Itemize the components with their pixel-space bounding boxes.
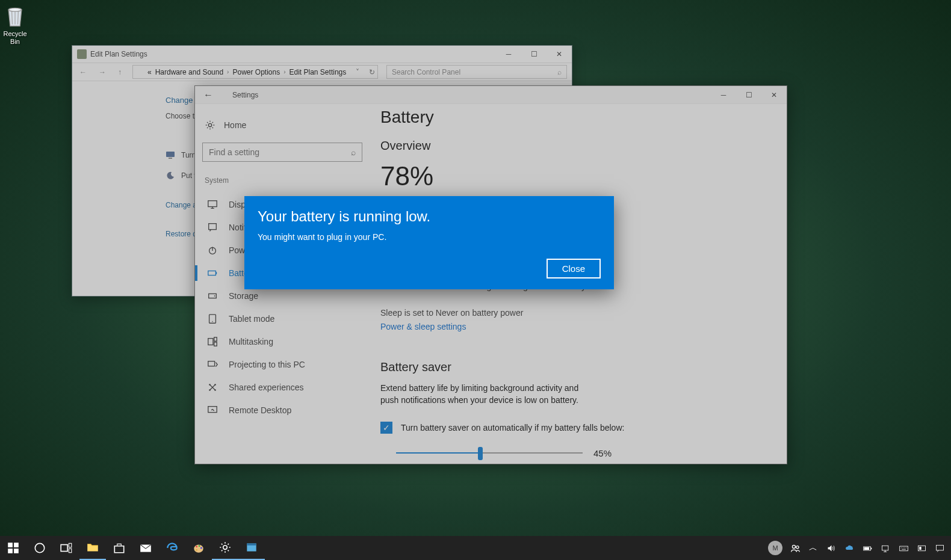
auto-saver-checkbox[interactable]: ✓ — [380, 422, 392, 434]
sidebar-item-shared[interactable]: Shared experiences — [202, 376, 362, 399]
svg-point-0 — [8, 8, 22, 11]
battery-tray-icon[interactable] — [858, 536, 876, 560]
sidebar-item-label: Shared experiences — [229, 383, 304, 392]
sleep-never-text: Sleep is set to Never on battery power — [380, 308, 769, 318]
system-tray: M ︿ — [768, 536, 951, 560]
keyboard-icon[interactable] — [894, 536, 912, 560]
svg-rect-13 — [208, 339, 213, 345]
address-bar[interactable]: « Hardware and Sound › Power Options › E… — [132, 65, 378, 79]
back-button[interactable]: ← — [203, 90, 213, 100]
cp-title-text: Edit Plan Settings — [90, 50, 147, 58]
svg-point-32 — [196, 546, 197, 547]
chevron-right-icon: › — [227, 69, 229, 75]
cp-title-icon — [77, 49, 87, 59]
file-explorer-button[interactable] — [79, 536, 106, 560]
close-button[interactable]: ✕ — [547, 46, 572, 63]
recycle-bin-label: Recycle Bin — [3, 30, 27, 46]
svg-rect-23 — [14, 543, 19, 547]
edge-button[interactable] — [159, 536, 185, 560]
chevron-right-icon: › — [283, 69, 285, 75]
svg-rect-16 — [208, 362, 215, 366]
svg-rect-47 — [919, 546, 921, 549]
cortana-button[interactable] — [26, 536, 53, 560]
task-view-button[interactable] — [53, 536, 79, 560]
maximize-button[interactable]: ☐ — [521, 46, 547, 63]
sidebar-item-multitasking[interactable]: Multitasking — [202, 330, 362, 353]
svg-point-39 — [792, 545, 795, 548]
dropdown-icon[interactable]: ˅ — [356, 68, 359, 76]
input-indicator-icon[interactable] — [912, 536, 931, 560]
dialog-body: You might want to plug in your PC. — [258, 232, 601, 242]
projecting-icon — [207, 359, 218, 370]
nav-forward-button[interactable]: → — [96, 66, 108, 79]
svg-rect-1 — [166, 152, 175, 157]
folder-icon — [86, 541, 99, 554]
volume-icon[interactable] — [822, 536, 840, 560]
close-button[interactable]: ✕ — [761, 86, 787, 104]
shared-icon — [207, 382, 218, 393]
svg-point-3 — [208, 123, 211, 126]
cp-search-input[interactable]: Search Control Panel ⌕ — [386, 65, 567, 79]
store-icon — [113, 541, 126, 555]
close-button[interactable]: Close — [547, 259, 601, 278]
svg-rect-15 — [214, 342, 217, 346]
search-placeholder: Find a setting — [209, 147, 259, 157]
svg-point-34 — [200, 547, 202, 549]
action-center-icon[interactable] — [931, 536, 949, 560]
slider-thumb[interactable] — [478, 447, 483, 460]
sidebar-category: System — [202, 176, 362, 185]
edge-icon — [166, 541, 179, 555]
sidebar-item-projecting[interactable]: Projecting to this PC — [202, 353, 362, 376]
trash-icon — [5, 5, 25, 28]
sidebar-item-tablet[interactable]: Tablet mode — [202, 307, 362, 330]
multitasking-icon — [207, 336, 218, 347]
breadcrumb[interactable]: Edit Plan Settings — [290, 68, 347, 76]
refresh-icon[interactable]: ↻ — [369, 68, 375, 76]
user-avatar[interactable]: M — [768, 541, 782, 555]
settings-titlebar[interactable]: ← Settings ─ ☐ ✕ — [195, 86, 787, 104]
svg-rect-28 — [69, 543, 71, 547]
saver-threshold-slider[interactable] — [396, 452, 583, 455]
nav-up-button[interactable]: ↑ — [116, 66, 124, 79]
paint-button[interactable] — [185, 536, 212, 560]
mail-button[interactable] — [132, 536, 159, 560]
minimize-button[interactable]: ─ — [711, 86, 736, 104]
svg-rect-44 — [882, 546, 888, 550]
sidebar-item-label: Projecting to this PC — [229, 360, 305, 369]
recycle-bin-icon[interactable]: Recycle Bin — [3, 5, 27, 46]
home-label: Home — [224, 120, 246, 130]
breadcrumb[interactable]: Power Options — [232, 68, 280, 76]
remote-icon — [207, 405, 218, 416]
display-icon — [207, 199, 218, 210]
chevron-left-icon: « — [147, 68, 152, 76]
control-panel-taskbar-button[interactable] — [238, 536, 265, 560]
network-icon[interactable] — [876, 536, 894, 560]
tray-overflow-icon[interactable]: ︿ — [804, 536, 822, 560]
power-sleep-link[interactable]: Power & sleep settings — [380, 322, 466, 331]
settings-search-input[interactable]: Find a setting ⌕ — [202, 143, 362, 162]
start-button[interactable] — [0, 536, 26, 560]
moon-icon — [166, 171, 175, 180]
power-icon — [207, 245, 218, 256]
people-icon[interactable] — [786, 536, 804, 560]
settings-taskbar-button[interactable] — [212, 536, 238, 560]
tablet-icon — [207, 313, 218, 324]
breadcrumb[interactable]: Hardware and Sound — [155, 68, 223, 76]
onedrive-icon[interactable] — [840, 536, 858, 560]
sidebar-item-remote[interactable]: Remote Desktop — [202, 399, 362, 422]
sidebar-home[interactable]: Home — [202, 115, 362, 135]
svg-rect-42 — [870, 547, 872, 549]
address-icon — [135, 68, 144, 76]
paint-icon — [192, 541, 205, 555]
svg-rect-27 — [61, 545, 67, 552]
maximize-button[interactable]: ☐ — [736, 86, 761, 104]
svg-rect-24 — [8, 549, 13, 553]
svg-rect-48 — [936, 545, 943, 550]
svg-rect-14 — [214, 337, 217, 341]
svg-rect-38 — [247, 543, 256, 545]
svg-rect-22 — [8, 543, 13, 547]
svg-point-35 — [196, 549, 197, 551]
nav-back-button[interactable]: ← — [77, 66, 89, 79]
store-button[interactable] — [106, 536, 132, 560]
minimize-button[interactable]: ─ — [496, 46, 521, 63]
